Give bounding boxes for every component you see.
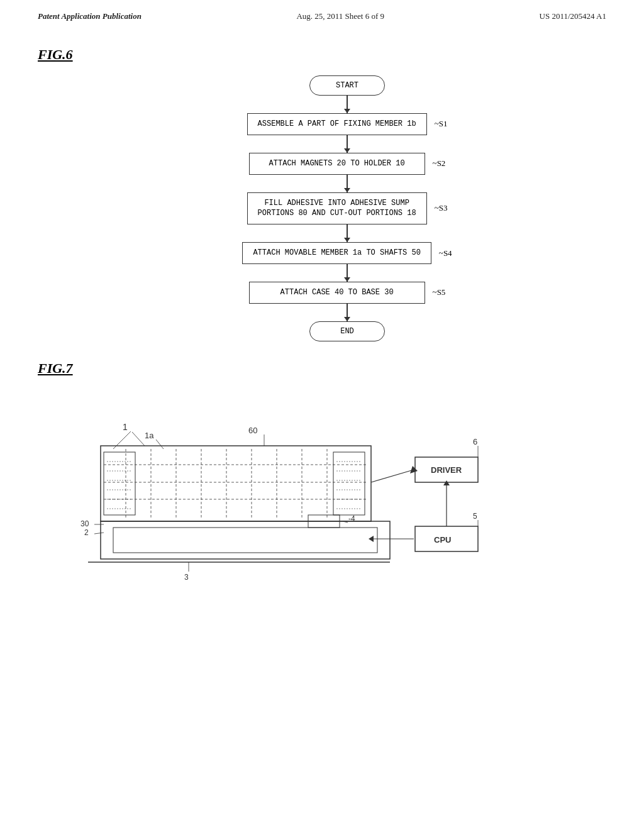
arrow-5 [347,264,348,282]
flowchart-start-group: START [309,75,385,113]
flow-start-oval: START [309,75,385,96]
flow-s4-label: ~S4 [439,248,452,258]
fig7-svg: 1 1a 60 6 DRIVER CPU 30 2 -4 5 3 [63,389,516,590]
fig7-label: FIG.7 [38,360,606,377]
flow-s4-row: ATTACH MOVABLE MEMBER 1a TO SHAFTS 50 ~S… [242,242,452,264]
arrow-1 [347,96,348,113]
flow-s2-row: ATTACH MAGNETS 20 TO HOLDER 10 ~S2 [249,153,446,175]
flow-s2-label: ~S2 [433,158,446,169]
fig7-label-3: 3 [184,573,189,582]
arrow-4 [347,224,348,242]
flowchart-fig6: START ASSEMBLE A PART OF FIXING MEMBER 1… [88,75,606,341]
fig7-label-6: 6 [473,437,477,446]
flow-s3-box: FILL ADHESIVE INTO ADHESIVE SUMP PORTION… [247,192,427,225]
svg-line-39 [132,432,145,446]
flow-s4-box: ATTACH MOVABLE MEMBER 1a TO SHAFTS 50 [242,242,431,264]
fig7-cpu-text: CPU [434,535,451,545]
flow-s1-label: ~S1 [435,119,448,129]
header-publication-type: Patent Application Publication [38,11,142,21]
fig7-label-1a: 1a [145,431,154,440]
page-header: Patent Application Publication Aug. 25, … [0,0,644,28]
svg-rect-1 [113,528,377,553]
svg-line-48 [113,431,131,449]
svg-marker-37 [443,480,450,485]
svg-marker-33 [410,466,418,473]
arrow-6 [347,304,348,321]
svg-line-44 [94,533,104,534]
fig7-label-1: 1 [123,422,128,432]
arrow-2 [347,135,348,153]
fig6-label: FIG.6 [38,47,606,63]
flow-end-oval: END [309,321,385,341]
flow-s5-box: ATTACH CASE 40 TO BASE 30 [249,282,425,304]
flow-s5-label: ~S5 [433,287,446,297]
svg-line-32 [371,470,414,482]
flow-end-row: END [309,321,385,341]
header-patent-number: US 2011/205424 A1 [540,11,606,21]
page-content: FIG.6 START ASSEMBLE A PART OF FIXING ME… [0,28,644,597]
fig7-label-5: 5 [473,512,477,521]
flow-s5-row: ATTACH CASE 40 TO BASE 30 ~S5 [249,282,446,304]
flowchart-s5-group: ATTACH CASE 40 TO BASE 30 ~S5 [249,282,446,321]
flow-s3-row: FILL ADHESIVE INTO ADHESIVE SUMP PORTION… [247,192,448,225]
flow-s1-box: ASSEMBLE A PART OF FIXING MEMBER 1b [247,113,427,135]
fig7-driver-text: DRIVER [431,465,462,475]
flow-start-row: START [309,75,385,96]
svg-rect-0 [101,521,390,559]
arrow-3 [347,175,348,192]
fig7-label-60: 60 [248,426,257,435]
flow-s1-row: ASSEMBLE A PART OF FIXING MEMBER 1b ~S1 [247,113,448,135]
svg-line-40 [156,440,164,449]
flowchart-s3-group: FILL ADHESIVE INTO ADHESIVE SUMP PORTION… [247,192,448,243]
fig7-label-2: 2 [84,528,89,537]
flow-s3-label: ~S3 [435,203,448,213]
header-date-sheet: Aug. 25, 2011 Sheet 6 of 9 [296,11,384,21]
svg-rect-2 [101,446,371,521]
flowchart-s4-group: ATTACH MOVABLE MEMBER 1a TO SHAFTS 50 ~S… [242,242,452,282]
flow-s2-box: ATTACH MAGNETS 20 TO HOLDER 10 [249,153,425,175]
svg-marker-35 [369,536,374,542]
flowchart-s2-group: ATTACH MAGNETS 20 TO HOLDER 10 ~S2 [249,153,446,192]
fig7-diagram: 1 1a 60 6 DRIVER CPU 30 2 -4 5 3 [63,389,516,590]
fig7-label-30: 30 [80,519,89,528]
fig7-label-4: -4 [348,514,355,523]
flowchart-s1-group: ASSEMBLE A PART OF FIXING MEMBER 1b ~S1 [247,113,448,153]
